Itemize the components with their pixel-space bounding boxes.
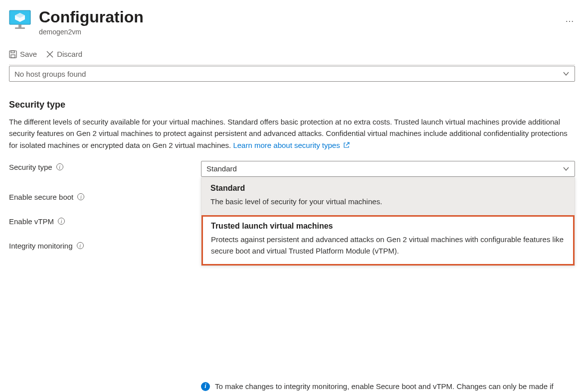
discard-label: Discard xyxy=(57,50,82,58)
vm-icon xyxy=(9,9,31,31)
divider xyxy=(9,64,575,65)
host-group-dropdown[interactable]: No host groups found xyxy=(9,66,575,82)
page-title: Configuration xyxy=(39,9,555,25)
svg-rect-7 xyxy=(11,51,14,53)
save-icon xyxy=(9,50,17,58)
chevron-down-icon xyxy=(563,165,570,172)
close-icon xyxy=(46,50,54,58)
svg-rect-6 xyxy=(11,55,15,58)
save-label: Save xyxy=(20,50,37,58)
option-standard[interactable]: Standard The basic level of security for… xyxy=(201,178,575,215)
info-icon[interactable]: i xyxy=(56,163,63,170)
security-type-dropdown[interactable]: Standard xyxy=(201,161,575,177)
security-type-label: Security type xyxy=(9,163,52,171)
chevron-down-icon xyxy=(563,70,570,77)
option-trusted-launch[interactable]: Trusted launch virtual machines Protects… xyxy=(201,215,575,265)
host-group-value: No host groups found xyxy=(14,70,86,78)
security-type-heading: Security type xyxy=(9,100,575,110)
save-button[interactable]: Save xyxy=(9,50,37,58)
svg-rect-5 xyxy=(9,51,16,58)
info-icon[interactable]: i xyxy=(58,218,65,225)
security-type-value: Standard xyxy=(206,164,237,173)
svg-rect-4 xyxy=(15,27,25,29)
discard-button[interactable]: Discard xyxy=(46,50,82,58)
page-subtitle: demogen2vm xyxy=(39,28,555,36)
info-icon[interactable]: i xyxy=(77,242,84,249)
security-type-description: The different levels of security availab… xyxy=(9,116,575,151)
svg-rect-3 xyxy=(18,24,21,27)
info-icon[interactable]: i xyxy=(77,193,84,200)
more-button[interactable]: … xyxy=(563,9,575,24)
integrity-callout: i To make changes to integrity monitorin… xyxy=(201,381,575,392)
learn-more-link[interactable]: Learn more about security types xyxy=(233,141,349,149)
info-solid-icon: i xyxy=(201,382,210,391)
integrity-label: Integrity monitoring xyxy=(9,242,73,250)
security-type-dropdown-listbox: Standard The basic level of security for… xyxy=(201,177,575,266)
vtpm-label: Enable vTPM xyxy=(9,217,54,226)
secure-boot-label: Enable secure boot xyxy=(9,193,73,201)
external-link-icon xyxy=(343,140,350,146)
